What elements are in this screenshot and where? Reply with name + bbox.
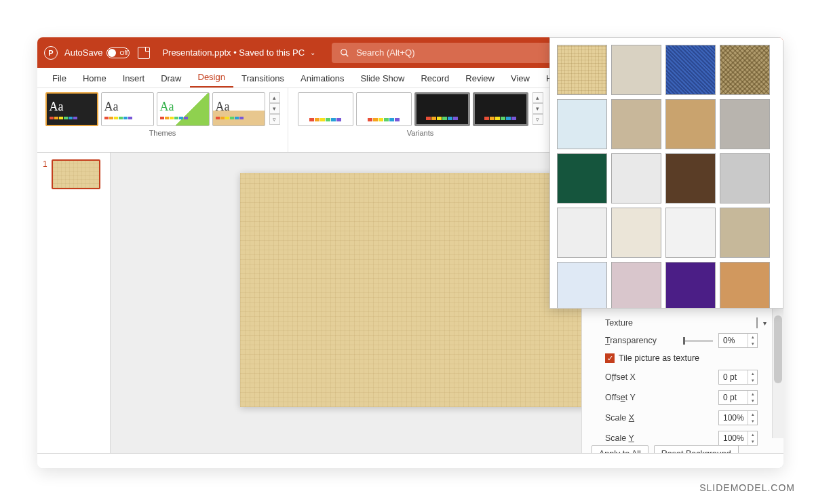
search-icon (340, 48, 349, 58)
theme-thumb-3[interactable]: Aa (157, 92, 210, 126)
theme-thumb-1[interactable]: Aa (45, 92, 98, 126)
tile-checkbox[interactable]: ✓ (605, 353, 615, 363)
texture-swatch-8[interactable] (720, 99, 770, 149)
scale-x-input[interactable]: 100%▴▾ (718, 410, 758, 425)
variant-thumb-4[interactable] (473, 92, 528, 126)
transparency-slider[interactable] (683, 340, 713, 342)
autosave-control[interactable]: AutoSave Off (64, 47, 130, 58)
save-icon[interactable] (138, 47, 150, 59)
texture-swatch-3[interactable] (665, 45, 716, 95)
texture-swatch-19[interactable] (665, 262, 716, 309)
tile-label: Tile picture as texture (619, 353, 699, 363)
document-title[interactable]: Presentation.pptx • Saved to this PC (162, 47, 305, 58)
texture-swatch-15[interactable] (665, 208, 716, 258)
variants-group-label: Variants (407, 129, 434, 137)
tab-view[interactable]: View (503, 71, 538, 88)
texture-swatch-10[interactable] (611, 153, 661, 203)
theme-thumb-2[interactable]: Aa (101, 92, 154, 126)
tab-insert[interactable]: Insert (115, 71, 153, 88)
transparency-input[interactable]: 0% ▴▾ (718, 333, 758, 348)
texture-swatch-16[interactable] (720, 208, 770, 258)
texture-swatch-2[interactable] (611, 45, 661, 95)
variants-gallery[interactable]: ▴▾▿ (298, 92, 543, 126)
panel-scrollbar[interactable] (772, 309, 783, 438)
autosave-state: Off (119, 50, 128, 56)
texture-swatch-17[interactable] (557, 262, 607, 309)
offset-y-label: Offset Y (605, 393, 636, 402)
svg-point-0 (341, 49, 347, 54)
chevron-down-icon[interactable]: ⌄ (310, 49, 315, 56)
app-window: P AutoSave Off Presentation.pptx • Saved… (37, 37, 783, 468)
variants-group: ▴▾▿ Variants (288, 88, 553, 152)
texture-swatch-4[interactable] (720, 45, 770, 95)
offset-x-input[interactable]: 0 pt▴▾ (718, 370, 758, 385)
themes-scroll[interactable]: ▴▾▿ (269, 92, 280, 125)
search-input[interactable]: Search (Alt+Q) (332, 43, 576, 63)
theme-aa: Aa (160, 100, 206, 114)
format-background-panel: Texture Transparency 0% ▴▾ ✓ Tile pictur… (581, 309, 783, 468)
variant-thumb-1[interactable] (298, 92, 353, 126)
texture-swatch-7[interactable] (665, 99, 716, 149)
transparency-label: Transparency (605, 336, 657, 345)
tab-design[interactable]: Design (190, 69, 233, 88)
theme-aa: Aa (104, 100, 151, 114)
tile-checkbox-row[interactable]: ✓ Tile picture as texture (592, 351, 774, 367)
theme-thumb-4[interactable]: Aa (212, 92, 265, 126)
powerpoint-icon: P (44, 46, 58, 60)
scale-y-label: Scale Y (605, 433, 634, 443)
themes-group-label: Themes (149, 129, 176, 137)
texture-swatch-5[interactable] (557, 99, 607, 149)
texture-gallery-popup[interactable] (549, 37, 783, 309)
texture-swatch-14[interactable] (611, 208, 661, 258)
offset-y-input[interactable]: 0 pt▴▾ (718, 390, 758, 405)
tab-review[interactable]: Review (457, 71, 503, 88)
scale-y-input[interactable]: 100%▴▾ (718, 431, 758, 446)
slide-thumbnail-panel[interactable]: 1 (37, 153, 111, 468)
autosave-label: AutoSave (64, 47, 102, 58)
texture-swatch-12[interactable] (720, 153, 770, 203)
autosave-toggle[interactable]: Off (106, 47, 130, 58)
texture-swatch-13[interactable] (557, 208, 607, 258)
tab-record[interactable]: Record (412, 71, 457, 88)
texture-picker-button[interactable] (756, 317, 758, 328)
texture-swatch-1[interactable] (557, 45, 607, 95)
search-placeholder: Search (Alt+Q) (356, 47, 414, 58)
offset-x-label: Offset X (605, 372, 636, 382)
themes-group: Aa Aa Aa Aa ▴▾▿ Themes (37, 88, 288, 152)
tab-file[interactable]: File (44, 71, 75, 88)
texture-swatch-11[interactable] (665, 153, 716, 203)
texture-swatch-21[interactable] (720, 262, 770, 309)
tab-draw[interactable]: Draw (153, 71, 189, 88)
texture-swatch-6[interactable] (611, 99, 661, 149)
tab-home[interactable]: Home (75, 71, 115, 88)
texture-swatch-18[interactable] (611, 262, 661, 309)
variant-thumb-2[interactable] (356, 92, 412, 126)
theme-aa: Aa (50, 100, 94, 114)
texture-swatch-9[interactable] (557, 153, 607, 203)
status-bar (37, 453, 783, 468)
texture-label: Texture (605, 318, 633, 328)
variant-thumb-3[interactable] (414, 92, 470, 126)
slide-number: 1 (43, 159, 47, 169)
variants-scroll[interactable]: ▴▾▿ (532, 92, 543, 125)
toggle-knob (108, 49, 116, 57)
watermark: SLIDEMODEL.COM (699, 482, 795, 493)
slide-thumbnail-1[interactable] (52, 159, 100, 189)
tab-slide-show[interactable]: Slide Show (352, 71, 412, 88)
themes-gallery[interactable]: Aa Aa Aa Aa ▴▾▿ (45, 92, 280, 126)
theme-aa: Aa (216, 100, 262, 114)
tab-transitions[interactable]: Transitions (233, 71, 292, 88)
svg-line-1 (346, 54, 349, 56)
scale-x-label: Scale X (605, 413, 634, 423)
tab-animations[interactable]: Animations (292, 71, 352, 88)
